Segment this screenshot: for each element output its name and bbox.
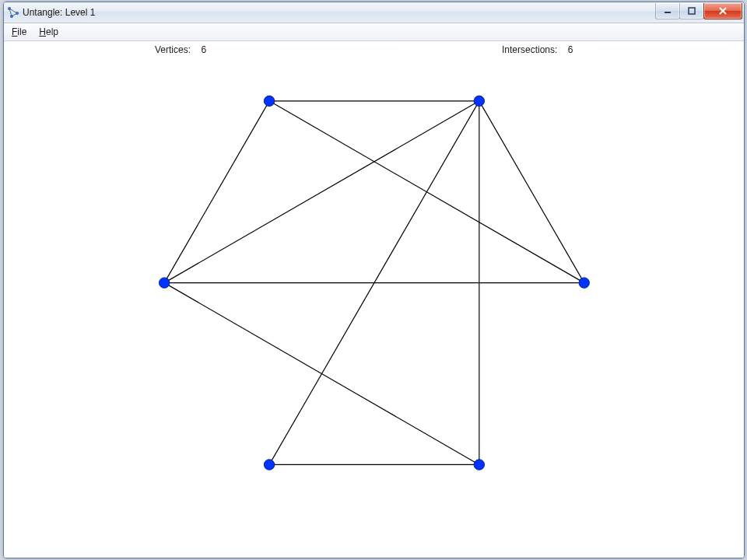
svg-point-4	[16, 12, 19, 15]
vertices-label: Vertices:	[155, 44, 191, 55]
intersections-label: Intersections:	[502, 44, 557, 55]
titlebar[interactable]: Untangle: Level 1	[4, 2, 744, 23]
graph-svg	[4, 58, 744, 558]
menu-file[interactable]: File	[7, 25, 31, 39]
intersections-readout: Intersections: 6	[502, 44, 573, 55]
svg-rect-7	[689, 8, 695, 14]
graph-vertex[interactable]	[474, 96, 484, 106]
window-title: Untangle: Level 1	[23, 7, 656, 18]
minimize-icon	[664, 7, 672, 15]
close-icon	[718, 7, 728, 15]
graph-vertex[interactable]	[264, 96, 274, 106]
graph-canvas[interactable]	[4, 58, 744, 558]
info-bar: Vertices: 6 Intersections: 6	[4, 41, 744, 58]
graph-vertex[interactable]	[264, 460, 274, 470]
graph-vertex[interactable]	[474, 460, 484, 470]
maximize-button[interactable]	[679, 3, 704, 19]
app-window: Untangle: Level 1 File Help	[3, 2, 745, 558]
vertices-readout: Vertices: 6	[155, 44, 206, 55]
vertices-value: 6	[201, 44, 206, 55]
svg-point-3	[8, 7, 11, 10]
graph-vertex[interactable]	[579, 278, 589, 288]
app-icon	[7, 6, 19, 19]
graph-edge	[479, 101, 584, 283]
minimize-button[interactable]	[655, 3, 680, 19]
graph-edges	[164, 101, 584, 465]
graph-vertex[interactable]	[159, 278, 169, 288]
svg-point-5	[10, 15, 13, 18]
maximize-icon	[688, 7, 696, 15]
menu-help[interactable]: Help	[34, 25, 63, 39]
svg-rect-6	[665, 12, 671, 13]
close-button[interactable]	[703, 3, 742, 19]
graph-edge	[164, 101, 269, 283]
graph-edge	[164, 283, 479, 465]
intersections-value: 6	[568, 44, 573, 55]
window-controls	[656, 3, 742, 19]
menubar: File Help	[4, 23, 744, 41]
graph-edge	[164, 101, 479, 283]
